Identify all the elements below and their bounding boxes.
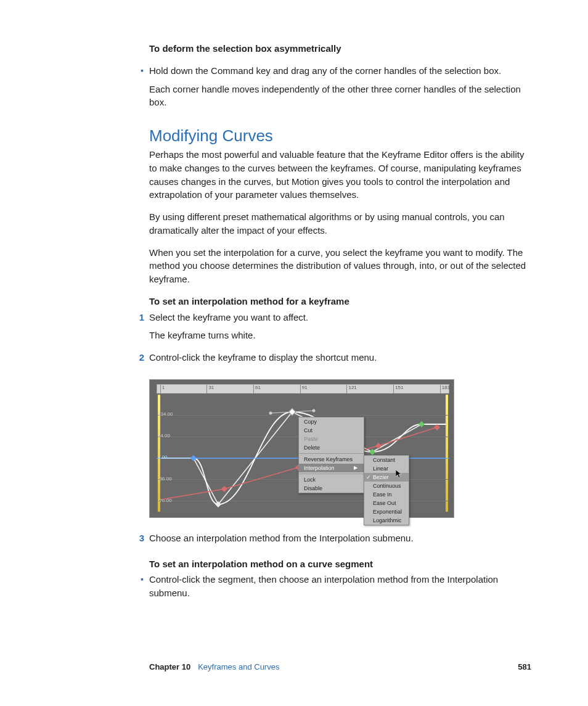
svg-point-1	[269, 411, 272, 414]
interpolation-submenu[interactable]: Constant Linear Bezier Continuous Ease I…	[364, 455, 409, 525]
menu-item-cut[interactable]: Cut	[299, 426, 364, 435]
context-menu[interactable]: Copy Cut Paste Delete Reverse Keyframes …	[298, 417, 364, 493]
tick: 1	[160, 385, 165, 393]
step1-note: The keyframe turns white.	[149, 329, 531, 342]
steps2-bullet: Control-click the segment, then choose a…	[149, 573, 531, 600]
step1-text: Select the keyframe you want to affect.	[149, 311, 531, 324]
section-p2: By using different preset mathematical a…	[149, 210, 531, 237]
timeline-ruler: 1 31 61 91 121 151 181	[157, 384, 449, 394]
submenu-arrow-icon: ▶	[354, 465, 357, 470]
section-p3: When you set the interpolation for a cur…	[149, 246, 531, 286]
bullet-text: Hold down the Command key and drag any o…	[149, 64, 501, 78]
menu-item-disable[interactable]: Disable	[299, 484, 364, 493]
submenu-item-constant[interactable]: Constant	[364, 456, 409, 464]
keyframe-editor-figure: 1 31 61 91 121 151 181 134.00 94.00 8.00…	[149, 379, 454, 518]
step-number-3: 3	[132, 532, 149, 554]
submenu-item-continuous[interactable]: Continuous	[364, 482, 409, 490]
step-number-2: 2	[132, 351, 149, 373]
step-number-1: 1	[132, 311, 149, 351]
steps2-heading: To set an interpolation method on a curv…	[149, 557, 531, 571]
section-heading: Modifying Curves	[149, 126, 531, 146]
footer-title: Keyframes and Curves	[198, 662, 279, 671]
menu-item-reverse[interactable]: Reverse Keyframes	[299, 455, 364, 464]
tick: 31	[206, 385, 214, 393]
steps1-heading: To set an interpolation method for a key…	[149, 295, 531, 308]
bullet-icon: ▪	[141, 573, 149, 609]
tick: 151	[393, 385, 403, 393]
tick: 121	[346, 385, 356, 393]
submenu-item-easein[interactable]: Ease In	[364, 490, 409, 499]
menu-item-lock[interactable]: Lock	[299, 475, 364, 484]
submenu-item-exponential[interactable]: Exponential	[364, 507, 409, 516]
step3-text: Choose an interpolation method from the …	[149, 532, 414, 545]
tick: 61	[253, 385, 261, 393]
menu-item-label: Interpolation	[304, 465, 335, 471]
menu-item-interpolation[interactable]: Interpolation ▶	[299, 464, 364, 472]
page-footer: Chapter 10 Keyframes and Curves 581	[149, 662, 531, 671]
menu-item-paste: Paste	[299, 435, 364, 443]
section-p1: Perhaps the most powerful and valuable f…	[149, 148, 531, 202]
bullet-icon: ▪	[141, 64, 149, 83]
tick: 91	[300, 385, 308, 393]
submenu-item-easeout[interactable]: Ease Out	[364, 499, 409, 507]
menu-item-copy[interactable]: Copy	[299, 417, 364, 426]
cursor-icon	[396, 470, 402, 478]
submenu-item-bezier[interactable]: Bezier	[364, 473, 409, 482]
menu-item-delete[interactable]: Delete	[299, 443, 364, 452]
tick: 181	[440, 385, 450, 393]
graph-area: 134.00 94.00 8.00 -36.00 -76.00	[157, 393, 449, 513]
svg-point-2	[312, 409, 316, 412]
submenu-item-linear[interactable]: Linear	[364, 464, 409, 473]
footer-chapter: Chapter 10	[149, 662, 190, 671]
footer-page-number: 581	[518, 662, 531, 671]
step2-text: Control-click the keyframe to display th…	[149, 351, 377, 364]
heading-deform: To deform the selection box asymmetrical…	[149, 42, 531, 55]
submenu-item-logarithmic[interactable]: Logarithmic	[364, 516, 409, 525]
para-corner-handle: Each corner handle moves independently o…	[149, 83, 531, 110]
